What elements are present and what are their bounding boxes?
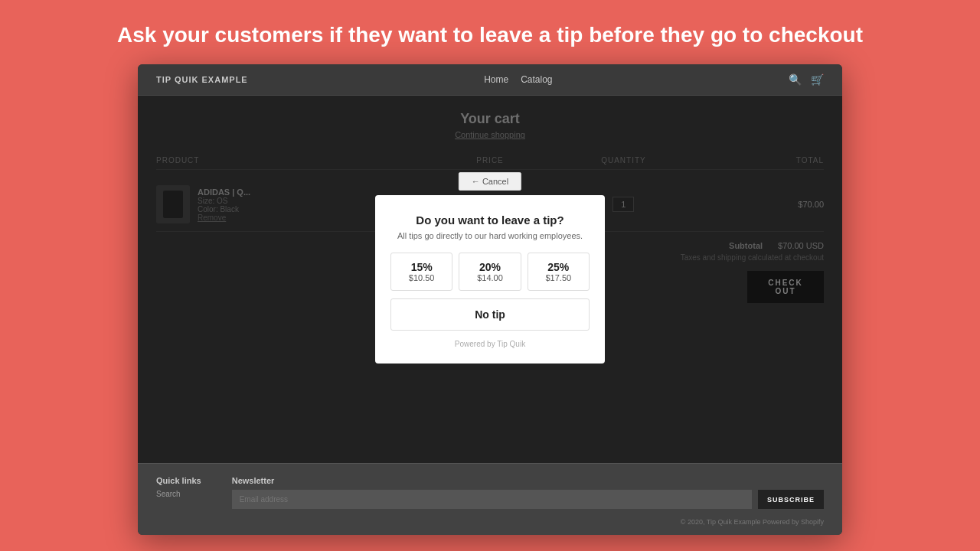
modal-title: Do you want to leave a tip? [390,214,590,227]
nav-catalog[interactable]: Catalog [521,74,552,85]
search-icon[interactable]: 🔍 [789,73,802,86]
store-header: TIP QUIK EXAMPLE Home Catalog 🔍 🛒 [138,64,842,96]
footer-quick-links: Quick links Search [156,476,201,509]
nav-home[interactable]: Home [484,74,508,85]
tip-options: 15% $10.50 20% $14.00 25% $17.50 [390,253,590,291]
cancel-button[interactable]: ← Cancel [459,172,521,191]
modal-overlay: ← Cancel Do you want to leave a tip? All… [138,96,842,463]
tip-option-25[interactable]: 25% $17.50 [528,253,590,291]
store-nav: Home Catalog [484,74,552,85]
page-headline: Ask your customers if they want to leave… [0,0,980,64]
store-icons: 🔍 🛒 [789,73,824,86]
tip-amount-20: $14.00 [464,273,515,282]
quick-link-search[interactable]: Search [156,490,201,498]
powered-by: Powered by Tip Quik [390,340,590,348]
store-footer: Quick links Search Newsletter SUBSCRIBE … [138,463,842,535]
quick-links-title: Quick links [156,476,201,485]
newsletter-title: Newsletter [232,476,824,485]
modal-subtitle: All tips go directly to our hard working… [390,231,590,240]
tip-modal: ← Cancel Do you want to leave a tip? All… [375,195,605,364]
tip-percent-25: 25% [533,261,584,273]
store-logo: TIP QUIK EXAMPLE [156,75,248,84]
tip-amount-25: $17.50 [533,273,584,282]
footer-copyright: © 2020, Tip Quik Example Powered by Shop… [156,518,824,526]
tip-percent-15: 15% [396,261,447,273]
footer-newsletter: Newsletter SUBSCRIBE [232,476,824,509]
tip-amount-15: $10.50 [396,273,447,282]
store-body: Your cart Continue shopping PRODUCT PRIC… [138,96,842,463]
no-tip-button[interactable]: No tip [390,298,590,331]
bag-icon[interactable]: 🛒 [811,73,824,86]
newsletter-row: SUBSCRIBE [232,490,824,509]
subscribe-button[interactable]: SUBSCRIBE [758,490,824,509]
browser-window: TIP QUIK EXAMPLE Home Catalog 🔍 🛒 Your c… [138,64,842,535]
footer-cols: Quick links Search Newsletter SUBSCRIBE [156,476,824,509]
tip-percent-20: 20% [464,261,515,273]
tip-option-20[interactable]: 20% $14.00 [459,253,521,291]
email-input[interactable] [232,490,752,509]
tip-option-15[interactable]: 15% $10.50 [390,253,452,291]
